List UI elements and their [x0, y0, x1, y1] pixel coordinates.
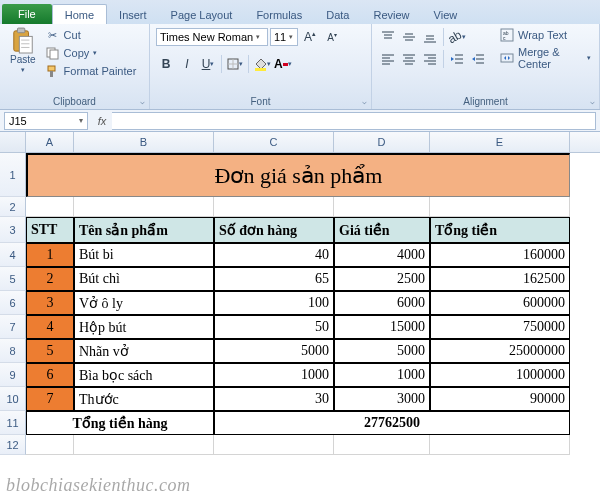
- cell[interactable]: [74, 197, 214, 217]
- row-header[interactable]: 7: [0, 315, 26, 339]
- cell[interactable]: [26, 435, 74, 455]
- wrap-text-button[interactable]: abc Wrap Text: [498, 27, 593, 43]
- col-header[interactable]: C: [214, 132, 334, 152]
- border-button[interactable]: ▾: [225, 54, 245, 74]
- align-middle-button[interactable]: [399, 27, 419, 47]
- col-header[interactable]: A: [26, 132, 74, 152]
- cell[interactable]: [26, 197, 74, 217]
- row-header[interactable]: 8: [0, 339, 26, 363]
- formula-input[interactable]: [112, 112, 596, 130]
- cell[interactable]: STT: [26, 217, 74, 243]
- align-bottom-button[interactable]: [420, 27, 440, 47]
- cell[interactable]: Vở ô ly: [74, 291, 214, 315]
- cell[interactable]: 40: [214, 243, 334, 267]
- cell[interactable]: Bút bi: [74, 243, 214, 267]
- col-header[interactable]: D: [334, 132, 430, 152]
- cell[interactable]: 90000: [430, 387, 570, 411]
- cell[interactable]: 1: [26, 243, 74, 267]
- format-painter-button[interactable]: Format Painter: [44, 63, 139, 79]
- underline-button[interactable]: U▾: [198, 54, 218, 74]
- row-header[interactable]: 12: [0, 435, 26, 455]
- cell[interactable]: 1000: [334, 363, 430, 387]
- cell[interactable]: 5000: [214, 339, 334, 363]
- tab-formulas[interactable]: Formulas: [244, 5, 314, 24]
- align-right-button[interactable]: [420, 49, 440, 69]
- cell[interactable]: 4: [26, 315, 74, 339]
- cell[interactable]: 1000: [214, 363, 334, 387]
- cell[interactable]: 3: [26, 291, 74, 315]
- row-header[interactable]: 6: [0, 291, 26, 315]
- cell[interactable]: 6000: [334, 291, 430, 315]
- cut-button[interactable]: ✂ Cut: [44, 27, 139, 43]
- italic-button[interactable]: I: [177, 54, 197, 74]
- cell[interactable]: Tổng tiền: [430, 217, 570, 243]
- cell[interactable]: 5: [26, 339, 74, 363]
- cell[interactable]: 65: [214, 267, 334, 291]
- tab-home[interactable]: Home: [52, 4, 107, 24]
- tab-review[interactable]: Review: [361, 5, 421, 24]
- tab-view[interactable]: View: [422, 5, 470, 24]
- tab-data[interactable]: Data: [314, 5, 361, 24]
- col-header[interactable]: E: [430, 132, 570, 152]
- cell[interactable]: 4000: [334, 243, 430, 267]
- fill-color-button[interactable]: ▾: [252, 54, 272, 74]
- cell[interactable]: [214, 197, 334, 217]
- row-header[interactable]: 2: [0, 197, 26, 217]
- tab-insert[interactable]: Insert: [107, 5, 159, 24]
- font-size-combo[interactable]: 11▾: [270, 28, 298, 46]
- cell[interactable]: Hộp bút: [74, 315, 214, 339]
- row-header[interactable]: 3: [0, 217, 26, 243]
- bold-button[interactable]: B: [156, 54, 176, 74]
- shrink-font-button[interactable]: A▾: [322, 27, 342, 47]
- orientation-button[interactable]: ab▾: [447, 27, 467, 47]
- cell[interactable]: [430, 197, 570, 217]
- font-name-combo[interactable]: Times New Roman▾: [156, 28, 268, 46]
- row-header[interactable]: 9: [0, 363, 26, 387]
- row-header[interactable]: 10: [0, 387, 26, 411]
- decrease-indent-button[interactable]: [447, 49, 467, 69]
- cell[interactable]: 100: [214, 291, 334, 315]
- row-header[interactable]: 4: [0, 243, 26, 267]
- cell[interactable]: [74, 435, 214, 455]
- cell[interactable]: 5000: [334, 339, 430, 363]
- cell[interactable]: 25000000: [430, 339, 570, 363]
- cell[interactable]: 15000: [334, 315, 430, 339]
- grow-font-button[interactable]: A▴: [300, 27, 320, 47]
- select-all-corner[interactable]: [0, 132, 26, 152]
- cell[interactable]: [430, 435, 570, 455]
- font-color-button[interactable]: A▾: [273, 54, 293, 74]
- cell[interactable]: 50: [214, 315, 334, 339]
- row-header[interactable]: 1: [0, 153, 26, 197]
- cell[interactable]: 162500: [430, 267, 570, 291]
- fx-button[interactable]: fx: [92, 115, 112, 127]
- cell[interactable]: 2: [26, 267, 74, 291]
- paste-button[interactable]: Paste ▾: [6, 27, 40, 76]
- row-header[interactable]: 5: [0, 267, 26, 291]
- cell[interactable]: Bìa bọc sách: [74, 363, 214, 387]
- cell[interactable]: 750000: [430, 315, 570, 339]
- cell[interactable]: 3000: [334, 387, 430, 411]
- align-top-button[interactable]: [378, 27, 398, 47]
- cell[interactable]: Số đơn hàng: [214, 217, 334, 243]
- tab-file[interactable]: File: [2, 4, 52, 24]
- cell[interactable]: Đơn giá sản phẩm: [26, 153, 570, 197]
- name-box[interactable]: J15▾: [4, 112, 88, 130]
- align-left-button[interactable]: [378, 49, 398, 69]
- cell[interactable]: 160000: [430, 243, 570, 267]
- cell[interactable]: Tổng tiền hàng: [26, 411, 214, 435]
- cell[interactable]: Nhãn vở: [74, 339, 214, 363]
- row-header[interactable]: 11: [0, 411, 26, 435]
- merge-center-button[interactable]: Merge & Center ▾: [498, 45, 593, 71]
- cell[interactable]: Giá tiền: [334, 217, 430, 243]
- increase-indent-button[interactable]: [468, 49, 488, 69]
- cell[interactable]: 1000000: [430, 363, 570, 387]
- align-center-button[interactable]: [399, 49, 419, 69]
- cell[interactable]: 6: [26, 363, 74, 387]
- cell[interactable]: Thước: [74, 387, 214, 411]
- cell[interactable]: 27762500: [214, 411, 570, 435]
- cell[interactable]: Tên sản phẩm: [74, 217, 214, 243]
- cell[interactable]: [214, 435, 334, 455]
- cell[interactable]: [334, 197, 430, 217]
- copy-button[interactable]: Copy ▾: [44, 45, 139, 61]
- col-header[interactable]: B: [74, 132, 214, 152]
